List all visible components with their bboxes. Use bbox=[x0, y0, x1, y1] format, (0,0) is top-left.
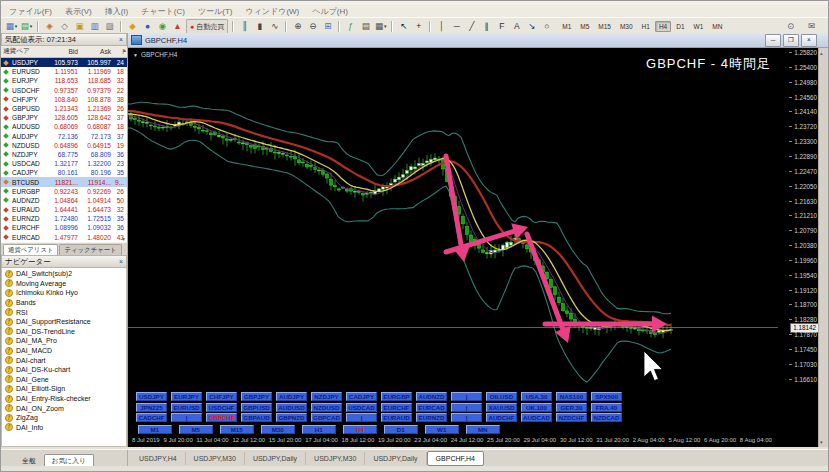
data-window-icon[interactable]: ▨ bbox=[103, 20, 116, 33]
panel-tab[interactable]: 全般 bbox=[15, 455, 43, 466]
timeframe-button[interactable]: M15 bbox=[220, 425, 254, 434]
chart-tab[interactable]: USDJPY,H4 bbox=[131, 452, 186, 465]
chart-tab[interactable]: USDJPY,Daily bbox=[245, 452, 306, 465]
navigator-item[interactable]: ƒIchimoku Kinko Hyo bbox=[2, 288, 126, 298]
navigator-item[interactable]: ƒDAI_MACD bbox=[2, 346, 126, 356]
scroll-down-icon[interactable]: ▾ bbox=[820, 439, 823, 445]
terminal-toggle-icon[interactable]: ◉ bbox=[156, 20, 169, 33]
pair-button[interactable]: CADJPY bbox=[346, 392, 377, 401]
pair-button[interactable]: GBPNZD bbox=[276, 413, 307, 422]
pair-button[interactable]: NZDJPY bbox=[311, 392, 342, 401]
pair-button[interactable]: USDCAD bbox=[346, 403, 377, 412]
pair-button[interactable]: GBPCHF bbox=[206, 413, 237, 422]
market-watch-row[interactable]: GBPUSD1.213431.2136926 bbox=[1, 104, 127, 113]
pair-button[interactable]: EURGBP bbox=[381, 392, 412, 401]
market-watch-row[interactable]: EURGBP0.922430.9226926 bbox=[1, 187, 127, 196]
navigator-item[interactable]: ƒDAI_Elliott-Sign bbox=[2, 384, 126, 394]
zoom-out-icon[interactable]: ⊖ bbox=[306, 20, 319, 33]
pair-button[interactable]: AUDCHF bbox=[486, 413, 517, 422]
new-chart-icon[interactable]: ▦▾ bbox=[5, 20, 18, 33]
pair-button[interactable]: CHFJPY bbox=[206, 392, 237, 401]
chart-window-titlebar[interactable]: GBPCHF,H4 ─ ❐ × bbox=[128, 33, 828, 48]
pair-button[interactable]: GBPUSD bbox=[241, 403, 272, 412]
navigator-item[interactable]: ƒDAI-chart bbox=[2, 355, 126, 365]
toolbar-timeframe-mn[interactable]: MN bbox=[708, 21, 726, 32]
timeframe-button[interactable]: W1 bbox=[425, 425, 459, 434]
pair-button[interactable]: AUDNZD bbox=[416, 392, 447, 401]
pair-button[interactable]: EURJPY bbox=[171, 392, 202, 401]
pair-button[interactable]: AUDCAD bbox=[521, 413, 552, 422]
chart-shift-icon[interactable]: ▣ bbox=[73, 20, 86, 33]
menu-item[interactable]: チャート(C) bbox=[141, 6, 185, 17]
navigator-item[interactable]: ƒDAI_Switch(sub)2 bbox=[2, 269, 126, 279]
menu-item[interactable]: 挿入(I) bbox=[105, 6, 129, 17]
market-watch-tab[interactable]: 通貨ペアリスト bbox=[3, 244, 58, 255]
autotrading-button[interactable]: ●自動売買 bbox=[186, 19, 228, 34]
line-chart-icon[interactable]: ∿ bbox=[268, 20, 281, 33]
arrow-tool-icon[interactable]: ↘ bbox=[525, 20, 538, 33]
pair-button[interactable]: EURCAD bbox=[416, 403, 447, 412]
tile-windows-icon[interactable]: ⊞ bbox=[321, 20, 334, 33]
pair-button[interactable]: NZDCHF bbox=[556, 413, 587, 422]
toolbar-timeframe-m15[interactable]: M15 bbox=[594, 21, 615, 32]
pair-button[interactable]: GBPJPY bbox=[241, 392, 272, 401]
menu-item[interactable]: 表示(V) bbox=[65, 6, 92, 17]
navigator-item[interactable]: ƒBands bbox=[2, 298, 126, 308]
toolbar-timeframe-m5[interactable]: M5 bbox=[576, 21, 593, 32]
navigator-item[interactable]: ƒDAI_SupportResistance bbox=[2, 317, 126, 327]
trendline-icon[interactable]: ╱ bbox=[465, 20, 478, 33]
timeframe-button[interactable]: D1 bbox=[384, 425, 418, 434]
menu-item[interactable]: ツール(T) bbox=[198, 6, 233, 17]
profiles-icon[interactable]: ▤▾ bbox=[20, 20, 33, 33]
zoom-in-icon[interactable]: ⊕ bbox=[291, 20, 304, 33]
navigator-item[interactable]: ƒDAI_Info bbox=[2, 423, 126, 433]
text-tool-icon[interactable]: A bbox=[510, 20, 523, 33]
pair-button[interactable]: NZDCAD bbox=[591, 413, 622, 422]
pair-button[interactable]: OILUSD bbox=[486, 392, 517, 401]
periods-icon[interactable]: ▤ bbox=[359, 20, 372, 33]
navigator-item[interactable]: ƒDAI_DS-TrendLine bbox=[2, 327, 126, 337]
market-watch-row[interactable]: AUDJPY72.13672.17337 bbox=[1, 132, 127, 141]
market-watch-tab[interactable]: ティックチャート bbox=[59, 244, 121, 255]
chevron-down-icon[interactable]: ▼ bbox=[133, 52, 138, 58]
menu-item[interactable]: ファイル(F) bbox=[9, 6, 52, 17]
horizontal-line-icon[interactable]: ─ bbox=[450, 20, 463, 33]
pair-button[interactable]: USDCHF bbox=[206, 403, 237, 412]
search-icon[interactable]: ⊙ bbox=[784, 20, 797, 33]
chart-tab[interactable]: GBPCHF,H4 bbox=[427, 451, 484, 466]
navigator-item[interactable]: ƒDAI_Entry-Risk-checker bbox=[2, 394, 126, 404]
pair-button[interactable]: EURCHF bbox=[381, 403, 412, 412]
pair-button[interactable]: JPN225 bbox=[136, 403, 167, 412]
market-watch-row[interactable]: USDCAD1.321771.3220023 bbox=[1, 159, 127, 168]
navigator-item[interactable]: ƒDAI_Gene bbox=[2, 375, 126, 385]
market-watch-row[interactable]: USDCHF0.973570.9737922 bbox=[1, 86, 127, 95]
menu-item[interactable]: ウィンドウ(W) bbox=[245, 6, 299, 17]
scroll-up-icon[interactable]: ▴ bbox=[820, 50, 823, 56]
pair-button[interactable]: GBPCAD bbox=[311, 413, 342, 422]
toolbar-timeframe-h1[interactable]: H1 bbox=[638, 21, 654, 32]
market-watch-row[interactable]: EURJPY118.653118.68532 bbox=[1, 76, 127, 85]
navigator-item[interactable]: ƒMoving Average bbox=[2, 279, 126, 289]
pair-button[interactable]: XAUUSD bbox=[486, 403, 517, 412]
menu-item[interactable]: ヘルプ(H) bbox=[312, 6, 348, 17]
market-watch-row[interactable]: EURNZD1.724801.7251535 bbox=[1, 214, 127, 223]
fibonacci-icon[interactable]: F bbox=[495, 20, 508, 33]
pair-button[interactable]: AUDJPY bbox=[276, 392, 307, 401]
toolbar-timeframe-h4[interactable]: H4 bbox=[655, 21, 671, 32]
pair-button[interactable]: USDJPY bbox=[136, 392, 167, 401]
market-watch-row[interactable]: NZDUSD0.648960.6491519 bbox=[1, 141, 127, 150]
pair-button[interactable]: FRA.40 bbox=[591, 403, 622, 412]
market-watch-row[interactable]: EURCAD1.479771.4802043 bbox=[1, 233, 127, 242]
navigator-toggle-icon[interactable]: ● bbox=[141, 20, 154, 33]
pair-button[interactable]: UK.100 bbox=[521, 403, 552, 412]
close-icon[interactable]: × bbox=[119, 36, 123, 43]
strategy-tester-icon[interactable]: ▲ bbox=[171, 20, 184, 33]
minimize-button[interactable]: ─ bbox=[765, 34, 781, 47]
pair-button[interactable]: NAS100 bbox=[556, 392, 587, 401]
pair-button[interactable]: EURNZD bbox=[416, 413, 447, 422]
navigator-item[interactable]: ƒRSI bbox=[2, 307, 126, 317]
indicators-icon[interactable]: ƒ bbox=[344, 20, 357, 33]
timeframe-button[interactable]: H4 bbox=[343, 425, 377, 434]
scroll-up-icon[interactable]: ▲ bbox=[122, 47, 127, 53]
navigator-item[interactable]: ƒDAI_ON_Zoom bbox=[2, 403, 126, 413]
